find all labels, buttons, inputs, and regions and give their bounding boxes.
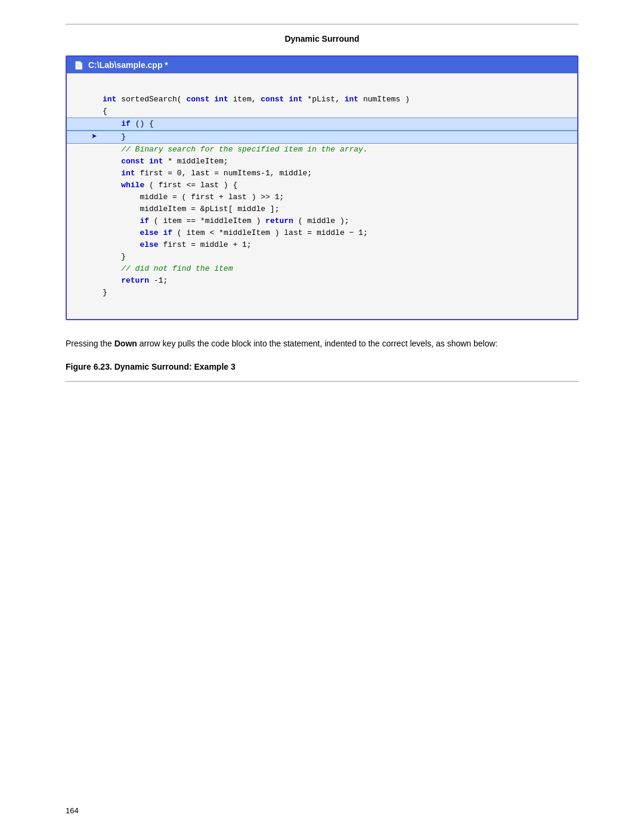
line-arrow [88, 287, 100, 299]
line-content: // Binary search for the specified item … [100, 144, 577, 156]
prose-paragraph: Pressing the Down arrow key pulls the co… [66, 337, 578, 350]
line-gutter [67, 263, 88, 275]
line-content: int sortedSearch( const int item, const … [100, 94, 577, 106]
editor-titlebar: 📄 C:\Lab\sample.cpp * [67, 57, 577, 73]
code-line: while ( first <= last ) { [67, 179, 577, 191]
line-content: return -1; [100, 275, 577, 287]
code-line: if ( item == *middleItem ) return ( midd… [67, 215, 577, 227]
line-content [100, 299, 577, 311]
code-line-highlighted-end: ➤ } [67, 131, 577, 144]
line-content: else if ( item < *middleItem ) last = mi… [100, 227, 577, 239]
code-line: const int * middleItem; [67, 156, 577, 168]
code-line: } [67, 251, 577, 263]
line-gutter [67, 106, 88, 117]
line-content: const int * middleItem; [100, 156, 577, 168]
code-line: middle = ( first + last ) >> 1; [67, 191, 577, 203]
code-line: // Binary search for the specified item … [67, 144, 577, 156]
code-line [67, 82, 577, 94]
line-gutter [67, 299, 88, 311]
line-arrow [88, 82, 100, 94]
line-arrow [88, 179, 100, 191]
line-arrow [88, 203, 100, 215]
line-gutter [67, 179, 88, 191]
figure-caption: Figure 6.23. Dynamic Surround: Example 3 [66, 362, 578, 371]
line-gutter [67, 239, 88, 251]
line-gutter [67, 82, 88, 94]
bottom-rule [66, 381, 578, 382]
code-line: else if ( item < *middleItem ) last = mi… [67, 227, 577, 239]
line-gutter [67, 203, 88, 215]
editor-window: 📄 C:\Lab\sample.cpp * int sortedSearch( … [66, 55, 578, 320]
line-gutter [67, 227, 88, 239]
prose-text-after: arrow key pulls the code block into the … [137, 339, 498, 348]
page-container: Dynamic Surround 📄 C:\Lab\sample.cpp * i… [0, 0, 644, 833]
line-gutter [67, 144, 88, 156]
line-arrow-marker: ➤ [88, 131, 100, 143]
line-gutter [67, 131, 88, 143]
line-content [100, 82, 577, 94]
code-line: } [67, 287, 577, 299]
line-gutter [67, 94, 88, 106]
line-arrow [88, 215, 100, 227]
line-arrow [88, 227, 100, 239]
line-gutter [67, 287, 88, 299]
line-content: } [100, 131, 577, 143]
line-arrow [88, 156, 100, 168]
line-content: middleItem = &pList[ middle ]; [100, 203, 577, 215]
line-content: else first = middle + 1; [100, 239, 577, 251]
editor-body: int sortedSearch( const int item, const … [67, 73, 577, 319]
line-arrow [88, 239, 100, 251]
line-arrow [88, 106, 100, 117]
code-line: return -1; [67, 275, 577, 287]
line-content: int first = 0, last = numItems-1, middle… [100, 168, 577, 179]
code-line: else first = middle + 1; [67, 239, 577, 251]
code-line-highlighted: if () { [67, 117, 577, 131]
code-line: int first = 0, last = numItems-1, middle… [67, 168, 577, 179]
line-gutter [67, 215, 88, 227]
line-gutter [67, 191, 88, 203]
line-content: } [100, 251, 577, 263]
line-content: if () { [100, 118, 577, 130]
line-arrow [88, 168, 100, 179]
line-arrow [88, 144, 100, 156]
line-gutter [67, 251, 88, 263]
prose-text-before: Pressing the [66, 339, 114, 348]
line-gutter [67, 275, 88, 287]
prose-bold-word: Down [114, 339, 137, 348]
line-content: { [100, 106, 577, 117]
line-gutter [67, 168, 88, 179]
line-content: // did not find the item [100, 263, 577, 275]
page-number: 164 [66, 806, 79, 815]
page-title: Dynamic Surround [66, 34, 578, 44]
line-arrow [88, 275, 100, 287]
code-line: int sortedSearch( const int item, const … [67, 94, 577, 106]
code-line: // did not find the item [67, 263, 577, 275]
code-line: { [67, 106, 577, 117]
line-content: while ( first <= last ) { [100, 179, 577, 191]
document-icon: 📄 [74, 61, 83, 70]
line-content: } [100, 287, 577, 299]
line-arrow [88, 251, 100, 263]
line-arrow [88, 299, 100, 311]
line-gutter [67, 118, 88, 130]
editor-title: C:\Lab\sample.cpp * [88, 60, 168, 70]
line-content: middle = ( first + last ) >> 1; [100, 191, 577, 203]
line-arrow [88, 191, 100, 203]
line-arrow [88, 118, 100, 130]
line-arrow [88, 263, 100, 275]
line-gutter [67, 156, 88, 168]
code-line: middleItem = &pList[ middle ]; [67, 203, 577, 215]
line-arrow [88, 94, 100, 106]
top-rule [66, 24, 578, 24]
line-content: if ( item == *middleItem ) return ( midd… [100, 215, 577, 227]
code-line [67, 299, 577, 311]
